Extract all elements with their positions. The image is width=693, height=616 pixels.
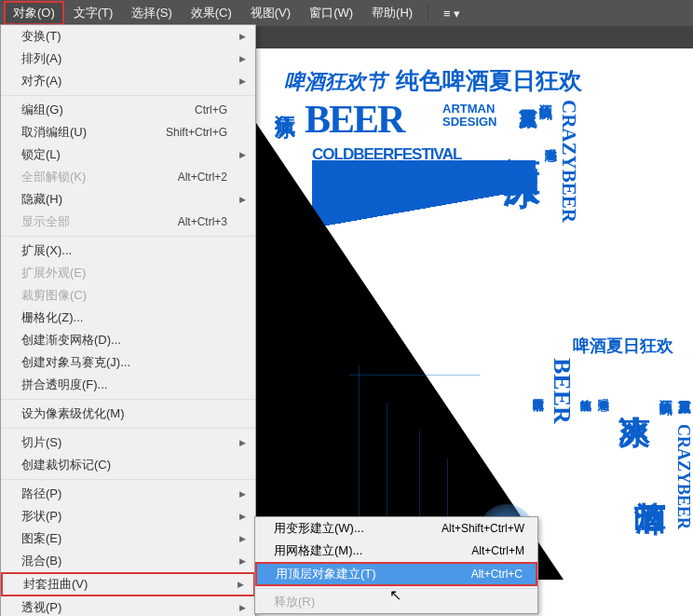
item-锁定(L)[interactable]: 锁定(L) — [1, 144, 255, 166]
item-取消编组(U)[interactable]: 取消编组(U)Shift+Ctrl+G — [1, 121, 255, 144]
item-对齐(A)[interactable]: 对齐(A) — [1, 70, 255, 92]
item-透视(P)[interactable]: 透视(P) — [1, 596, 255, 616]
menu-窗口(W)[interactable]: 窗口(W) — [300, 1, 362, 25]
r-c4: 疯狂啤酒 — [658, 358, 674, 424]
r-title: 啤酒夏日狂欢 — [553, 337, 693, 354]
r-big2: 啤酒节 — [629, 424, 672, 529]
art-sub1: ARTMAN — [442, 103, 495, 115]
r-c3: 邀您喝 — [595, 358, 611, 424]
menu-对象(O)[interactable]: 对象(O) — [4, 1, 64, 25]
item-用顶层对象建立(T)[interactable]: 用顶层对象建立(T)Alt+Ctrl+C — [255, 562, 537, 586]
item-拼合透明度(F)...[interactable]: 拼合透明度(F)... — [1, 374, 255, 396]
item-显示全部: 显示全部Alt+Ctrl+3 — [1, 211, 255, 233]
item-图案(E)[interactable]: 图案(E) — [1, 527, 255, 550]
item-路径(P)[interactable]: 路径(P) — [1, 483, 255, 505]
r-c2: 纯生啤酒 — [578, 358, 593, 424]
r-c1: 啤酒节夏日狂欢 — [530, 358, 546, 424]
r-beer: BEER — [548, 358, 576, 424]
item-形状(P)[interactable]: 形状(P) — [1, 505, 255, 527]
menu-效果(C)[interactable]: 效果(C) — [182, 1, 241, 25]
r-big1: 冰爽 — [613, 358, 656, 424]
menu-文字(T)[interactable]: 文字(T) — [64, 1, 123, 25]
art-title: 啤酒狂欢节 — [284, 72, 387, 92]
object-menu[interactable]: 变换(T)排列(A)对齐(A)编组(G)Ctrl+G取消编组(U)Shift+C… — [0, 24, 256, 616]
item-用网格建立(M)...[interactable]: 用网格建立(M)...Alt+Ctrl+M — [255, 540, 537, 562]
r-crazy: CRAZYBEER — [673, 424, 693, 529]
item-隐藏(H)[interactable]: 隐藏(H) — [1, 188, 255, 211]
item-扩展外观(E): 扩展外观(E) — [1, 262, 255, 284]
item-裁剪图像(C): 裁剪图像(C) — [1, 284, 255, 307]
menu-选择(S)[interactable]: 选择(S) — [122, 1, 181, 25]
item-创建渐变网格(D)...[interactable]: 创建渐变网格(D)... — [1, 329, 255, 351]
menu-帮助(H)[interactable]: 帮助(H) — [362, 1, 422, 25]
envelope-submenu[interactable]: 用变形建立(W)...Alt+Shift+Ctrl+W用网格建立(M)...Al… — [254, 516, 538, 614]
item-创建裁切标记(C)[interactable]: 创建裁切标记(C) — [1, 454, 255, 476]
item-扩展(X)...[interactable]: 扩展(X)... — [1, 240, 255, 262]
item-释放(R): 释放(R) — [255, 591, 537, 613]
item-栅格化(Z)...[interactable]: 栅格化(Z)... — [1, 307, 255, 329]
r-c5: 冰爽夏日 — [676, 358, 693, 424]
item-封套扭曲(V)[interactable]: 封套扭曲(V) — [1, 572, 255, 596]
art-subtitle: 纯色啤酒夏日狂欢 — [396, 69, 582, 92]
item-用变形建立(W)...[interactable]: 用变形建立(W)...Alt+Shift+Ctrl+W — [255, 517, 537, 540]
menu-视图(V)[interactable]: 视图(V) — [241, 1, 300, 25]
item-混合(B)[interactable]: 混合(B) — [1, 550, 255, 572]
item-切片(S)[interactable]: 切片(S) — [1, 431, 255, 454]
item-全部解锁(K): 全部解锁(K)Alt+Ctrl+2 — [1, 166, 255, 188]
workspace-switcher[interactable]: ≡ ▾ — [434, 3, 469, 24]
item-创建对象马赛克(J)...[interactable]: 创建对象马赛克(J)... — [1, 351, 255, 374]
item-设为像素级优化(M)[interactable]: 设为像素级优化(M) — [1, 403, 255, 425]
item-变换(T)[interactable]: 变换(T) — [1, 25, 255, 48]
item-排列(A)[interactable]: 排列(A) — [1, 48, 255, 70]
item-编组(G)[interactable]: 编组(G)Ctrl+G — [1, 99, 255, 121]
